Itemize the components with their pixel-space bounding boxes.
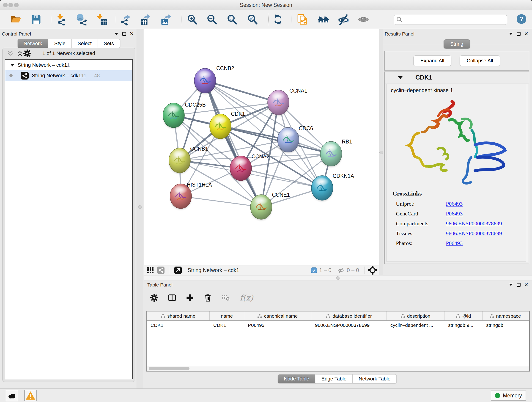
network-row-selected[interactable]: String Network – cdk1 11 48 [5, 70, 132, 81]
open-session-icon[interactable] [10, 13, 22, 26]
import-network-file-icon[interactable] [56, 13, 68, 26]
network-node-CDKN1A[interactable]: CDKN1A [311, 173, 354, 201]
left-panel-splitter[interactable] [136, 29, 143, 389]
table-cell[interactable]: CDK1 [147, 321, 210, 330]
network-share-badge-icon[interactable] [157, 267, 165, 274]
panel-close-icon[interactable]: ✕ [130, 32, 134, 36]
table-cell[interactable]: CDK1 [210, 321, 244, 330]
hide-selected-eye-slash-icon[interactable] [337, 13, 349, 26]
network-node-CCNE1[interactable]: CCNE1 [250, 192, 290, 220]
show-all-eye-icon[interactable] [357, 13, 369, 26]
scrollbar-thumb[interactable] [149, 367, 190, 370]
panel-float-icon[interactable] [517, 32, 520, 36]
panel-close-icon[interactable]: ✕ [524, 32, 528, 36]
table-cell[interactable]: stringdb [482, 321, 528, 330]
table-options-gear-icon[interactable] [150, 294, 158, 302]
network-edge[interactable] [205, 81, 278, 102]
help-icon[interactable]: ? [516, 14, 527, 24]
network-canvas[interactable]: CCNB2CCNA1CDC25BCDK1CDC6RB1CCNB1CCNA2CDK… [144, 29, 379, 265]
zoom-selected-icon[interactable] [247, 13, 259, 26]
string-protein-query-icon[interactable] [297, 13, 309, 26]
network-collection-row[interactable]: String Network – cdk1 1 [5, 60, 132, 70]
toolbar-separator [116, 13, 116, 26]
column-header-canonical-name[interactable]: canonical name [244, 312, 311, 320]
splitter-handle[interactable] [138, 205, 142, 209]
cloud-status-button[interactable] [6, 390, 18, 401]
birds-eye-grid-icon[interactable] [147, 267, 154, 274]
search-input[interactable] [394, 15, 507, 25]
refresh-view-icon[interactable] [272, 13, 284, 26]
save-session-icon[interactable] [30, 13, 42, 26]
tab-network-table[interactable]: Network Table [353, 374, 397, 383]
panel-menu-icon[interactable] [114, 33, 118, 35]
table-cell[interactable]: stringdb:9... [444, 321, 482, 330]
table-cell[interactable]: P06493 [244, 321, 311, 330]
horizontal-splitter[interactable] [144, 275, 532, 281]
tab-string[interactable]: String [443, 39, 470, 49]
zoom-fit-icon[interactable] [226, 13, 238, 26]
tab-edge-table[interactable]: Edge Table [316, 374, 353, 383]
memory-status-dot [495, 393, 500, 398]
network-node-RB1[interactable]: RB1 [320, 139, 352, 167]
tab-network[interactable]: Network [17, 39, 48, 48]
import-table-file-icon[interactable] [96, 13, 108, 26]
tab-sets[interactable]: Sets [98, 39, 120, 48]
tree-collapse-icon[interactable] [10, 64, 14, 66]
network-node-HIST1H1A[interactable]: HIST1H1A [170, 182, 212, 209]
column-header-namespace[interactable]: namespace [482, 312, 528, 320]
table-cell[interactable]: 9606.ENSP00000378699 [311, 321, 387, 330]
tab-style[interactable]: Style [48, 39, 72, 48]
column-header-description[interactable]: description [387, 312, 444, 320]
table-data-row[interactable]: CDK1CDK1P064939606.ENSP00000378699cyclin… [147, 321, 529, 330]
export-image-icon[interactable] [160, 13, 172, 26]
crosslink-link[interactable]: 9606.ENSP00000378699 [446, 220, 502, 227]
network-edge[interactable] [205, 81, 261, 207]
splitter-handle[interactable] [336, 276, 340, 280]
memory-button[interactable]: Memory [491, 390, 526, 401]
protein-structure-image [399, 97, 514, 188]
expand-all-button[interactable]: Expand All [413, 56, 451, 66]
memory-label: Memory [503, 393, 522, 399]
collapse-all-button[interactable]: Collapse All [460, 56, 500, 66]
splitter-handle[interactable] [380, 151, 383, 154]
column-header-name[interactable]: name [210, 312, 244, 320]
crosslink-link[interactable]: 9606.ENSP00000378699 [446, 230, 502, 236]
table-cell[interactable]: cyclin–dependent ... [387, 321, 444, 330]
tab-select[interactable]: Select [72, 39, 98, 48]
selected-nodes-checkbox[interactable] [311, 268, 317, 273]
export-table-icon[interactable] [140, 13, 152, 26]
column-header-shared-name[interactable]: shared name [147, 312, 210, 320]
home-neighbors-icon[interactable] [317, 13, 329, 26]
panel-float-icon[interactable] [517, 283, 520, 287]
crosslink-link[interactable]: P06493 [446, 240, 462, 246]
right-panel-splitter[interactable] [379, 29, 383, 275]
zoom-out-icon[interactable] [206, 13, 218, 26]
zoom-in-icon[interactable] [186, 13, 198, 26]
fit-selected-target-icon[interactable] [368, 266, 377, 275]
import-network-database-icon[interactable] [75, 13, 87, 26]
delete-column-trash-icon[interactable] [204, 294, 212, 302]
column-label: shared name [167, 313, 196, 319]
crosslink-link[interactable]: P06493 [446, 201, 462, 207]
open-in-window-icon[interactable] [174, 267, 182, 274]
network-edge[interactable] [181, 196, 261, 207]
main-area: Control Panel ✕ NetworkStyleSelectSets 1… [0, 29, 532, 389]
network-options-gear-icon[interactable] [23, 49, 32, 57]
gene-section-header[interactable]: CDK1 [385, 72, 529, 83]
results-scrollbar[interactable] [526, 84, 528, 262]
create-column-plus-icon[interactable] [186, 294, 194, 302]
tab-node-table[interactable]: Node Table [278, 374, 316, 383]
column-header-database-identifier[interactable]: database identifier [311, 312, 387, 320]
node-table[interactable]: shared namenamecanonical namedatabase id… [146, 311, 530, 371]
panel-menu-icon[interactable] [509, 33, 513, 35]
column-header-@id[interactable]: @id [444, 312, 482, 320]
show-columns-icon[interactable] [168, 294, 176, 302]
collapse-section-icon[interactable] [398, 76, 403, 79]
table-horizontal-scrollbar[interactable] [147, 366, 529, 371]
export-network-icon[interactable] [120, 13, 132, 26]
panel-close-icon[interactable]: ✕ [524, 282, 528, 287]
panel-float-icon[interactable] [122, 32, 126, 36]
warnings-button[interactable] [24, 390, 37, 401]
panel-menu-icon[interactable] [509, 284, 513, 286]
crosslink-link[interactable]: P06493 [446, 211, 462, 217]
